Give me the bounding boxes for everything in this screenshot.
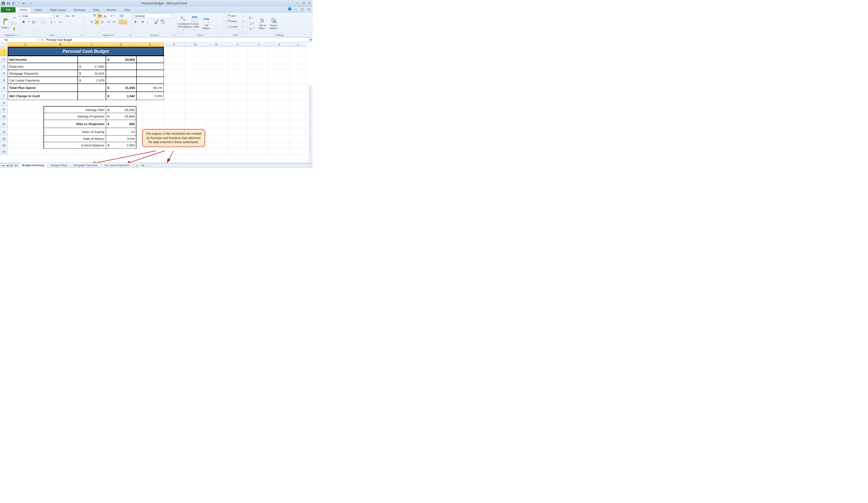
cell-I8[interactable] xyxy=(227,100,248,106)
ribbon-tab-insert[interactable]: Insert xyxy=(31,7,46,12)
cell-L11[interactable] xyxy=(290,120,306,128)
ribbon-tab-data[interactable]: Data xyxy=(89,7,103,12)
cell-C6[interactable] xyxy=(78,84,106,92)
dialog-launcher-icon[interactable]: ⬊ xyxy=(129,34,131,36)
cell-I9[interactable] xyxy=(227,106,248,113)
cell-A13[interactable] xyxy=(8,136,43,142)
row-header-15[interactable]: 15 xyxy=(0,149,8,155)
cell-K2[interactable] xyxy=(269,56,290,63)
column-header-B[interactable]: B xyxy=(43,42,78,47)
cell-D10[interactable]: $25,606 xyxy=(106,113,136,120)
worksheet-tab-budget-summary[interactable]: Budget Summary xyxy=(19,163,48,167)
expand-formula-bar-icon[interactable]: ▾ xyxy=(309,38,312,42)
cell-E15[interactable] xyxy=(136,149,164,155)
dialog-launcher-icon[interactable]: ⬊ xyxy=(17,34,19,36)
cell-J8[interactable] xyxy=(248,100,269,106)
row-header-7[interactable]: 7 xyxy=(0,92,8,100)
align-top-icon[interactable] xyxy=(92,13,97,18)
cell-L6[interactable] xyxy=(290,84,306,92)
cell-F10[interactable] xyxy=(164,113,185,120)
cell-E6[interactable]: 94.1% xyxy=(136,84,164,92)
workbook-restore-icon[interactable]: ❐ xyxy=(299,7,305,11)
column-header-I[interactable]: I xyxy=(227,42,248,47)
cell-D12[interactable]: 10 xyxy=(106,128,136,136)
cell-I4[interactable] xyxy=(227,70,248,77)
paste-button[interactable]: Paste ▾ xyxy=(1,18,9,29)
cell-F9[interactable] xyxy=(164,106,185,113)
cell-F11[interactable] xyxy=(164,120,185,128)
cell-H7[interactable] xyxy=(206,92,227,100)
wrap-text-icon[interactable] xyxy=(119,13,124,18)
cell-H12[interactable] xyxy=(206,128,227,136)
cell-D4[interactable] xyxy=(106,70,136,77)
cell-H2[interactable] xyxy=(206,56,227,63)
cell-D6[interactable]: $31,058 xyxy=(106,84,136,92)
cell-H13[interactable] xyxy=(206,136,227,142)
cell-H14[interactable] xyxy=(206,142,227,149)
cell-D3[interactable] xyxy=(106,63,136,70)
restore-icon[interactable]: ❐ xyxy=(301,1,306,5)
cell-H5[interactable] xyxy=(206,77,227,84)
align-right-icon[interactable] xyxy=(100,20,105,24)
cell-I3[interactable] xyxy=(227,63,248,70)
cell-B15[interactable] xyxy=(43,149,78,155)
fill-button[interactable]: ▾ xyxy=(248,21,256,26)
cell-D7[interactable]: $1,942 xyxy=(106,92,136,100)
tab-nav-next-icon[interactable]: ▶ xyxy=(10,163,14,167)
accounting-format-icon[interactable]: $▾ xyxy=(134,20,140,24)
cell-D15[interactable] xyxy=(106,149,136,155)
cell-E11[interactable] xyxy=(136,120,164,128)
cell-H8[interactable] xyxy=(206,100,227,106)
cell-I6[interactable] xyxy=(227,84,248,92)
cell-K9[interactable] xyxy=(269,106,290,113)
new-sheet-tab-icon[interactable] xyxy=(132,163,140,167)
cell-E8[interactable] xyxy=(136,100,164,106)
align-middle-icon[interactable] xyxy=(97,13,102,18)
merge-center-icon[interactable]: a▾ xyxy=(118,20,127,24)
row-header-6[interactable]: 6 xyxy=(0,84,8,92)
cell-G6[interactable] xyxy=(185,84,206,92)
cell-I10[interactable] xyxy=(227,113,248,120)
cell-L14[interactable] xyxy=(290,142,306,149)
cell-J9[interactable] xyxy=(248,106,269,113)
cell-A9[interactable] xyxy=(8,106,43,113)
cell-D8[interactable] xyxy=(106,100,136,106)
dialog-launcher-icon[interactable]: ⬊ xyxy=(173,34,175,36)
cell-L8[interactable] xyxy=(290,100,306,106)
cell-C15[interactable] xyxy=(78,149,106,155)
cell-K5[interactable] xyxy=(269,77,290,84)
redo-icon[interactable]: ▾ xyxy=(17,1,21,6)
cell-H3[interactable] xyxy=(206,63,227,70)
workbook-close-icon[interactable]: ✕ xyxy=(306,7,311,11)
cell-J14[interactable] xyxy=(248,142,269,149)
horizontal-scrollbar[interactable] xyxy=(146,164,312,167)
align-bottom-icon[interactable] xyxy=(103,13,107,18)
format-as-table-button[interactable]: Format as Table ▾ xyxy=(190,15,200,31)
column-header-H[interactable]: H xyxy=(206,42,227,47)
align-left-icon[interactable] xyxy=(90,20,94,24)
font-color-button[interactable]: A▾ xyxy=(58,20,65,24)
cell-G11[interactable] xyxy=(185,120,206,128)
cell-C2[interactable] xyxy=(78,56,106,63)
sort-filter-button[interactable]: AZ Sort & Filter ▾ xyxy=(257,17,267,30)
cell-E2[interactable] xyxy=(136,56,164,63)
cell-K4[interactable] xyxy=(269,70,290,77)
bold-button[interactable]: B xyxy=(21,20,26,24)
cell-J15[interactable] xyxy=(248,149,269,155)
cell-A8[interactable] xyxy=(8,100,43,106)
file-tab[interactable]: File xyxy=(1,7,16,12)
increase-decimal-icon[interactable]: ←.0.00 xyxy=(153,20,159,24)
cell-H15[interactable] xyxy=(206,149,227,155)
cell-A4[interactable]: Mortgage Payments xyxy=(8,70,78,77)
save-icon[interactable] xyxy=(6,1,11,6)
cell-K8[interactable] xyxy=(269,100,290,106)
qat-customize-icon[interactable]: ▾ xyxy=(29,1,33,6)
cell-L7[interactable] xyxy=(290,92,306,100)
cell-D2[interactable]: $33,000 xyxy=(106,56,136,63)
cell-E9[interactable] xyxy=(136,106,164,113)
cell-J11[interactable] xyxy=(248,120,269,128)
cell-E5[interactable] xyxy=(136,77,164,84)
cell-H9[interactable] xyxy=(206,106,227,113)
cell-C5[interactable]: $2,479 xyxy=(78,77,106,84)
column-header-E[interactable]: E xyxy=(136,42,164,47)
